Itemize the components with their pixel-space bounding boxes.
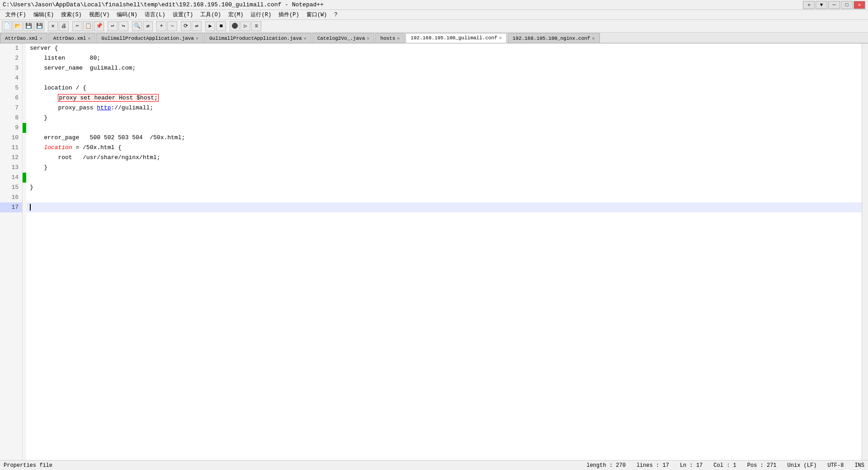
tab-1[interactable]: AttrDao.xml✕ xyxy=(48,33,96,43)
bookmark-2 xyxy=(23,53,26,63)
tab-close-3[interactable]: ✕ xyxy=(304,36,307,41)
tab-0[interactable]: AttrDao.xml✕ xyxy=(0,33,47,43)
code-line-3[interactable]: server_name gulimall.com; xyxy=(26,63,862,73)
line-num-4: 4 xyxy=(0,73,22,83)
menu-item-宏m[interactable]: 宏(M) xyxy=(225,10,247,19)
status-pos: Pos : 271 xyxy=(747,462,777,469)
tab-2[interactable]: GulimallProductApplication.java✕ xyxy=(96,33,203,43)
toolbar-run[interactable]: ▶ xyxy=(205,21,215,31)
tab-close-6[interactable]: ✕ xyxy=(499,35,502,41)
menu-item-搜索s[interactable]: 搜索(S) xyxy=(57,10,85,19)
code-line-14[interactable] xyxy=(26,173,862,183)
link-http[interactable]: http xyxy=(97,104,111,111)
toolbar-open[interactable]: 📂 xyxy=(13,21,23,31)
tab-4[interactable]: Catelog2Vo_.java✕ xyxy=(312,33,375,43)
toolbar-save[interactable]: 💾 xyxy=(24,21,33,31)
code-line-8[interactable]: } xyxy=(26,113,862,123)
code-line-12[interactable]: root /usr/share/nginx/html; xyxy=(26,153,862,163)
toolbar-close[interactable]: ✕ xyxy=(48,21,58,31)
code-line-7[interactable]: proxy_pass http://gulimall; xyxy=(26,103,862,113)
close-button[interactable]: ✕ xyxy=(854,1,865,9)
bookmark-11 xyxy=(23,143,26,153)
code-line-4[interactable] xyxy=(26,73,862,83)
bookmark-16 xyxy=(23,193,26,202)
bookmark-5 xyxy=(23,83,26,93)
code-area[interactable]: server { listen 80; server_name gulimall… xyxy=(26,43,862,460)
line-num-14: 14 xyxy=(0,173,22,183)
line-num-3: 3 xyxy=(0,63,22,73)
toolbar-more[interactable]: ≡ xyxy=(251,21,261,31)
line-num-15: 15 xyxy=(0,183,22,193)
minimize-button[interactable]: ─ xyxy=(828,1,840,9)
code-line-2[interactable]: listen 80; xyxy=(26,53,862,63)
maximize-button[interactable]: □ xyxy=(841,1,853,9)
code-line-11[interactable]: location = /50x.html { xyxy=(26,143,862,153)
toolbar-redo[interactable]: ↪ xyxy=(118,21,128,31)
code-line-6[interactable]: proxy set header Host $host; xyxy=(26,93,862,103)
code-line-13[interactable]: } xyxy=(26,163,862,173)
bookmark-14 xyxy=(23,173,26,183)
toolbar-sync[interactable]: ⟳ xyxy=(181,21,191,31)
code-line-16[interactable] xyxy=(26,193,862,202)
menu-item-运行r[interactable]: 运行(R) xyxy=(247,10,275,19)
tab-close-7[interactable]: ✕ xyxy=(592,36,594,41)
tab-close-4[interactable]: ✕ xyxy=(367,36,369,41)
statusbar-right: length : 270 lines : 17 Ln : 17 Col : 1 … xyxy=(586,462,864,469)
window-controls[interactable]: ＋ ▼ ─ □ ✕ xyxy=(803,1,865,9)
toolbar-zoom-out[interactable]: − xyxy=(167,21,177,31)
code-line-10[interactable]: error_page 500 502 503 504 /50x.html; xyxy=(26,133,862,143)
menu-item-设置t[interactable]: 设置(T) xyxy=(169,10,197,19)
bookmark-12 xyxy=(23,153,26,163)
titlebar: C:\Users\Jason\AppData\Local\finalshell\… xyxy=(0,0,868,10)
scrollbar[interactable] xyxy=(862,43,868,460)
tab-close-5[interactable]: ✕ xyxy=(397,36,400,41)
status-left: Properties file xyxy=(4,462,52,469)
toolbar-record[interactable]: ⚫ xyxy=(230,21,240,31)
editor: 1234567891011121314151617 server { liste… xyxy=(0,43,868,460)
toolbar-wrap[interactable]: ⇌ xyxy=(192,21,202,31)
tab-7[interactable]: 192.168.195.100_nginx.conf✕ xyxy=(508,33,600,43)
toolbar-cut[interactable]: ✂ xyxy=(72,21,82,31)
status-ln: Ln : 17 xyxy=(680,462,703,469)
tab-close-0[interactable]: ✕ xyxy=(40,36,42,41)
toolbar-zoom-in[interactable]: + xyxy=(156,21,166,31)
code-line-9[interactable] xyxy=(26,123,862,133)
toolbar-play[interactable]: ▷ xyxy=(241,21,250,31)
menubar: 文件(F)编辑(E)搜索(S)视图(V)编码(N)语言(L)设置(T)工具(O)… xyxy=(0,10,868,20)
tab-6[interactable]: 192.168.195.100_gulimall.conf✕ xyxy=(406,33,506,43)
bookmark-1 xyxy=(23,43,26,53)
toolbar-print[interactable]: 🖨 xyxy=(59,21,69,31)
tab-5[interactable]: hosts✕ xyxy=(375,33,405,43)
menu-item-语言l[interactable]: 语言(L) xyxy=(141,10,169,19)
tab-close-1[interactable]: ✕ xyxy=(88,36,90,41)
menu-item-插件p[interactable]: 插件(P) xyxy=(275,10,303,19)
code-line-5[interactable]: location / { xyxy=(26,83,862,93)
tab-3[interactable]: GulimallProductApplication.java✕ xyxy=(204,33,311,43)
toolbar-undo[interactable]: ↩ xyxy=(108,21,118,31)
toolbar-stop[interactable]: ■ xyxy=(216,21,226,31)
menu-item-视图v[interactable]: 视图(V) xyxy=(85,10,113,19)
code-line-15[interactable]: } xyxy=(26,183,862,193)
toolbar-replace[interactable]: ⇄ xyxy=(143,21,153,31)
toolbar-find[interactable]: 🔍 xyxy=(132,21,142,31)
extra-btn-2[interactable]: ▼ xyxy=(816,1,827,9)
toolbar-copy[interactable]: 📋 xyxy=(83,21,93,31)
toolbar-saveall[interactable]: 💾 xyxy=(34,21,44,31)
line-num-7: 7 xyxy=(0,103,22,113)
toolbar-paste[interactable]: 📌 xyxy=(94,21,104,31)
menu-item-工具o[interactable]: 工具(O) xyxy=(197,10,225,19)
tab-close-2[interactable]: ✕ xyxy=(196,36,198,41)
toolbar-new[interactable]: 📄 xyxy=(2,21,12,31)
line-num-10: 10 xyxy=(0,133,22,143)
bookmark-7 xyxy=(23,103,26,113)
menu-item-编码n[interactable]: 编码(N) xyxy=(113,10,141,19)
menu-item-窗口w[interactable]: 窗口(W) xyxy=(303,10,331,19)
keyword-location: location xyxy=(44,144,72,151)
code-line-17[interactable] xyxy=(26,202,862,212)
menu-item-?[interactable]: ? xyxy=(330,11,341,19)
code-line-1[interactable]: server { xyxy=(26,43,862,53)
extra-btn-1[interactable]: ＋ xyxy=(803,1,815,9)
menu-item-文件f[interactable]: 文件(F) xyxy=(2,10,30,19)
titlebar-title: C:\Users\Jason\AppData\Local\finalshell\… xyxy=(3,1,324,8)
menu-item-编辑e[interactable]: 编辑(E) xyxy=(30,10,58,19)
